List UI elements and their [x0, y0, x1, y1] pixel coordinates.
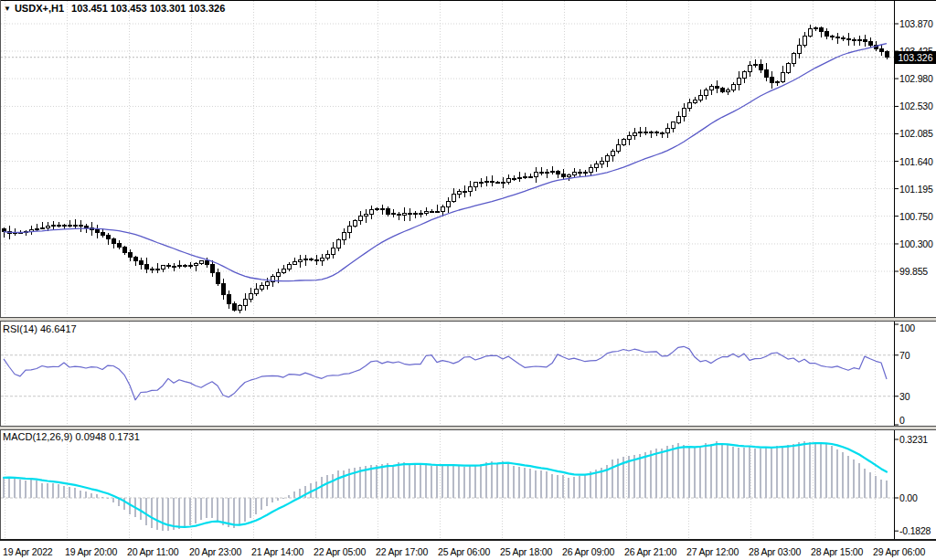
- price-axis-label: 99.855: [899, 266, 928, 277]
- macd-indicator-label: MACD(12,26,9) 0.0948 0.1731: [3, 431, 140, 442]
- time-axis-label: 20 Apr 23:00: [189, 546, 241, 557]
- price-axis-label: 102.530: [899, 100, 933, 111]
- time-axis[interactable]: 19 Apr 202219 Apr 20:0020 Apr 11:0020 Ap…: [0, 539, 936, 560]
- rsi-axis-label: 100: [899, 322, 915, 333]
- price-axis-label: 101.195: [899, 184, 933, 195]
- rsi-axis-label: 0: [899, 415, 905, 426]
- time-axis-label: 22 Apr 17:00: [376, 546, 428, 557]
- macd-axis-label: 0.3231: [899, 434, 928, 445]
- rsi-indicator-label: RSI(14) 46.6417: [3, 323, 77, 334]
- time-axis-label: 26 Apr 09:00: [562, 546, 614, 557]
- macd-axis-label: -0.1828: [899, 525, 931, 536]
- time-axis-label: 25 Apr 18:00: [500, 546, 552, 557]
- panel-divider[interactable]: [0, 317, 936, 322]
- rsi-axis-label: 30: [899, 391, 909, 402]
- panel-divider[interactable]: [0, 426, 936, 430]
- price-axis-label: 100.300: [899, 238, 933, 249]
- price-axis-label: 102.085: [899, 128, 933, 139]
- time-axis-label: 26 Apr 21:00: [624, 546, 676, 557]
- price-axis-label: 101.640: [899, 156, 933, 167]
- price-axis-label: 103.870: [899, 18, 933, 29]
- price-axis-label: 100.750: [899, 211, 933, 222]
- time-axis-label: 27 Apr 12:00: [686, 546, 739, 557]
- time-axis-label: 19 Apr 20:00: [65, 546, 117, 557]
- time-axis-label: 25 Apr 06:00: [438, 546, 490, 557]
- time-axis-label: 21 Apr 14:00: [251, 546, 303, 557]
- time-axis-label: 29 Apr 06:00: [873, 546, 925, 557]
- price-axis[interactable]: 103.870103.425102.980102.530102.085101.6…: [0, 0, 936, 539]
- symbol-dropdown-icon[interactable]: ▼: [4, 5, 11, 13]
- symbol-title: USDX+,H1: [15, 3, 64, 14]
- time-axis-label: 19 Apr 2022: [3, 546, 52, 557]
- time-axis-label: 28 Apr 03:00: [749, 546, 801, 557]
- rsi-axis-label: 70: [899, 350, 909, 361]
- price-axis-label: 102.980: [899, 73, 933, 84]
- chart-header: ▼USDX+,H1103.451 103.453 103.301 103.326: [4, 3, 225, 14]
- time-axis-label: 28 Apr 15:00: [811, 546, 863, 557]
- time-axis-label: 22 Apr 05:00: [314, 546, 366, 557]
- macd-axis-label: 0.00: [899, 492, 918, 503]
- current-price-badge: 103.326: [895, 51, 936, 64]
- time-axis-label: 20 Apr 11:00: [127, 546, 178, 557]
- ohlc-readout: 103.451 103.453 103.301 103.326: [71, 3, 225, 14]
- chart-window: ▼USDX+,H1103.451 103.453 103.301 103.326…: [0, 0, 936, 560]
